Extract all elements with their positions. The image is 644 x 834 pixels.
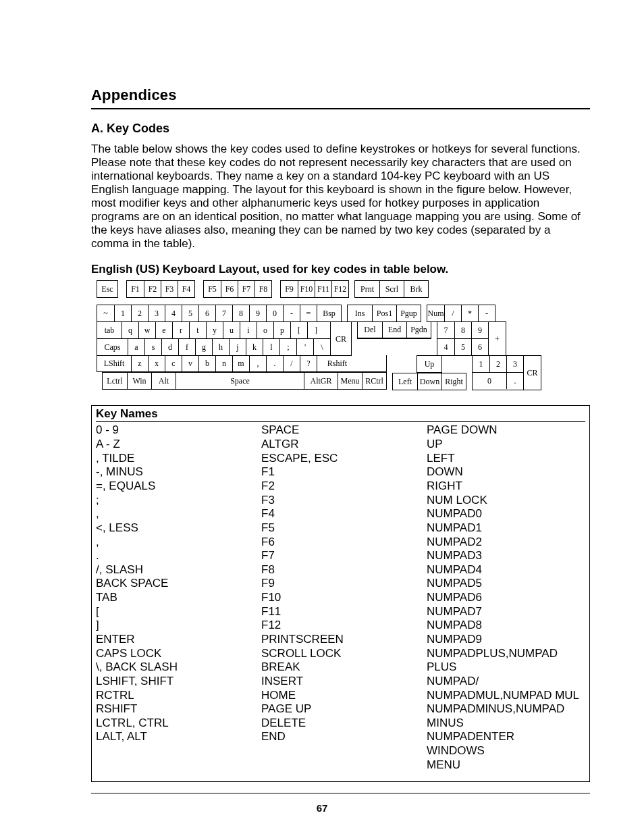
- key-altgr: AltGR: [304, 373, 338, 389]
- key-w: w: [138, 322, 155, 338]
- key-b: b: [198, 355, 215, 371]
- key-s: s: [144, 339, 161, 355]
- key-name-entry: LSHIFT, SHIFT: [96, 675, 261, 689]
- key-name-entry: RSHIFT: [96, 702, 261, 716]
- key-name-entry: ,: [96, 507, 261, 521]
- key-names-col3: PAGE DOWNUPLEFTDOWNRIGHTNUM LOCKNUMPAD0N…: [427, 423, 585, 772]
- key-name-entry: LALT, ALT: [96, 730, 261, 744]
- key-p: p: [273, 322, 290, 338]
- key-3: 3: [506, 356, 523, 372]
- key--: ~: [97, 305, 114, 321]
- key--: [: [290, 322, 307, 338]
- key-5: 5: [454, 339, 471, 355]
- key-name-entry: NUMPADPLUS,NUMPAD PLUS: [427, 647, 585, 675]
- key-1: 1: [473, 356, 489, 372]
- key-scrl: Scrl: [379, 281, 404, 297]
- key-f7: F7: [238, 281, 254, 297]
- key-6: 6: [198, 305, 215, 321]
- key-g: g: [195, 339, 212, 355]
- key-name-entry: [: [96, 605, 261, 619]
- key-down: Down: [417, 373, 441, 390]
- heading-rule: [91, 108, 590, 109]
- key-u: u: [223, 322, 240, 338]
- table-header-rule: [96, 421, 585, 422]
- key-3: 3: [148, 305, 165, 321]
- key-name-entry: NUMPADMUL,NUMPAD MUL: [427, 689, 585, 703]
- key-f10: F10: [298, 281, 315, 297]
- key-c: c: [165, 355, 182, 371]
- key-r: r: [172, 322, 189, 338]
- key-name-entry: SCROLL LOCK: [261, 647, 427, 661]
- key-f: f: [178, 339, 195, 355]
- key-name-entry: NUMPAD1: [427, 521, 585, 536]
- key-rshift: Rshift: [317, 355, 357, 371]
- key-prnt: Prnt: [355, 281, 379, 297]
- key-bsp: Bsp: [317, 305, 341, 321]
- key-pgup: Pgup: [396, 305, 421, 321]
- key-y: y: [206, 322, 223, 338]
- key-left: Left: [393, 373, 417, 390]
- key-pgdn: Pgdn: [406, 321, 431, 338]
- key-alt: Alt: [151, 373, 176, 389]
- key--: ;: [279, 339, 296, 355]
- intro-paragraph: The table below shows the key codes used…: [91, 142, 590, 251]
- key--: .: [266, 355, 283, 371]
- key--: /: [283, 355, 300, 371]
- key-o: o: [257, 322, 273, 338]
- key-name-entry: F1: [261, 465, 427, 479]
- key-name-entry: 0 - 9: [96, 423, 261, 438]
- key-f8: F8: [254, 281, 271, 297]
- key-d: d: [161, 339, 178, 355]
- key-name-entry: LEFT: [427, 452, 585, 466]
- key-name-entry: F7: [261, 549, 427, 563]
- footer-rule: [91, 793, 590, 793]
- key-t: t: [189, 322, 206, 338]
- key-4: 4: [437, 339, 454, 355]
- key-name-entry: F5: [261, 521, 427, 536]
- key-x: x: [148, 355, 165, 371]
- key-name-entry: , TILDE: [96, 452, 261, 466]
- key-name-entry: NUMPAD4: [427, 563, 585, 577]
- key-name-entry: F11: [261, 605, 427, 619]
- key-k: k: [246, 339, 263, 355]
- key-name-entry: TAB: [96, 591, 261, 605]
- key-f4: F4: [178, 281, 194, 297]
- key--: /: [444, 305, 461, 321]
- key-name-entry: NUMPAD8: [427, 619, 585, 633]
- key-4: 4: [165, 305, 182, 321]
- key-f1: F1: [127, 281, 144, 297]
- key-name-entry: DOWN: [427, 465, 585, 479]
- key-name-entry: NUM LOCK: [427, 494, 585, 508]
- key-name-entry: ALTGR: [261, 438, 427, 452]
- key-8: 8: [232, 305, 249, 321]
- key-esc: Esc: [97, 281, 117, 297]
- key-name-entry: NUMPADMINUS,NUMPAD MINUS: [427, 702, 585, 730]
- key-name-entry: BREAK: [261, 660, 427, 675]
- key-i: i: [240, 322, 257, 338]
- key-name-entry: <, LESS: [96, 521, 261, 536]
- key-f11: F11: [315, 281, 331, 297]
- key-name-entry: F3: [261, 494, 427, 508]
- key-f6: F6: [221, 281, 238, 297]
- key--: =: [300, 305, 317, 321]
- key-name-entry: NUMPAD0: [427, 507, 585, 521]
- key-2: 2: [131, 305, 148, 321]
- key-ins: Ins: [348, 305, 372, 321]
- key-name-entry: /, SLASH: [96, 563, 261, 577]
- key-name-entry: ESCAPE, ESC: [261, 452, 427, 466]
- key-7: 7: [437, 322, 454, 338]
- key-menu: Menu: [338, 373, 362, 389]
- key-l: l: [263, 339, 279, 355]
- key-space: Space: [176, 373, 304, 389]
- key-name-entry: F10: [261, 591, 427, 605]
- key-name-entry: \, BACK SLASH: [96, 660, 261, 675]
- key-f2: F2: [144, 281, 161, 297]
- key-name-entry: F4: [261, 507, 427, 521]
- key-name-entry: A - Z: [96, 438, 261, 452]
- key-8: 8: [454, 322, 471, 338]
- key-name-entry: F8: [261, 563, 427, 577]
- keyboard-diagram: Esc F1F2F3F4 F5F6F7F8 F9F10F11F12 PrntSc…: [97, 280, 590, 390]
- key-name-entry: -, MINUS: [96, 465, 261, 479]
- key-2: 2: [489, 356, 506, 372]
- key-name-entry: PAGE DOWN: [427, 423, 585, 438]
